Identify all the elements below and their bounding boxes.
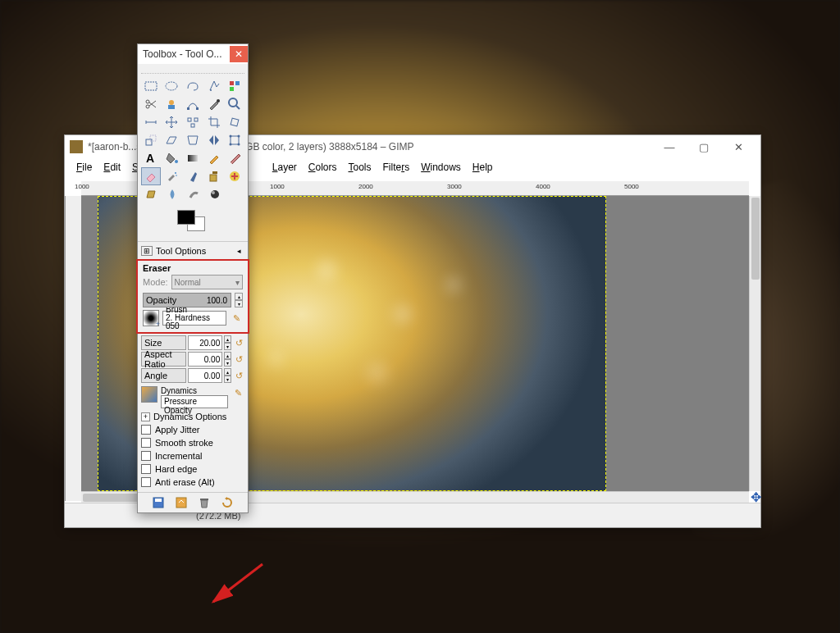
opacity-slider[interactable]: Opacity 100.0: [143, 293, 231, 307]
foreground-color-swatch[interactable]: [177, 210, 195, 225]
text-tool-icon[interactable]: A: [141, 149, 161, 167]
foreground-select-tool-icon[interactable]: [162, 95, 182, 113]
tool-grid: A: [138, 74, 248, 205]
svg-rect-9: [168, 105, 175, 109]
pencil-tool-icon[interactable]: [204, 149, 224, 167]
tool-options-tab-icon[interactable]: ⊞: [141, 246, 153, 256]
ruler-vertical[interactable]: [65, 196, 81, 501]
dock-handle[interactable]: [141, 66, 244, 74]
minimize-button[interactable]: —: [652, 135, 687, 158]
svg-point-12: [217, 99, 220, 102]
aspect-reset-icon[interactable]: ↺: [233, 353, 244, 366]
angle-spinner[interactable]: ▴▾: [224, 368, 231, 383]
scrollbar-vertical[interactable]: [749, 196, 760, 491]
ruler-tick: 1000: [270, 183, 285, 190]
brush-selector[interactable]: Brush 2. Hardness 050: [162, 311, 226, 326]
scale-tool-icon[interactable]: [141, 131, 161, 149]
anti-erase-checkbox[interactable]: [141, 477, 151, 487]
perspective-clone-tool-icon[interactable]: [141, 185, 161, 203]
brush-preview-icon[interactable]: [143, 310, 159, 326]
color-picker-tool-icon[interactable]: [204, 95, 224, 113]
size-spinner[interactable]: ▴▾: [224, 335, 231, 350]
menu-filters[interactable]: Filters: [378, 160, 415, 175]
blend-tool-icon[interactable]: [183, 149, 203, 167]
delete-preset-icon[interactable]: [198, 496, 211, 509]
dynamics-options-expander[interactable]: + Dynamics Options: [141, 410, 244, 423]
shear-tool-icon[interactable]: [162, 131, 182, 149]
svg-rect-36: [176, 498, 186, 508]
ruler-tick: 2000: [358, 183, 373, 190]
menu-colors[interactable]: Colors: [304, 160, 342, 175]
incremental-checkbox[interactable]: [141, 451, 151, 461]
aspect-spinner[interactable]: ▴▾: [224, 352, 231, 367]
menu-file[interactable]: File: [71, 160, 97, 175]
color-select-tool-icon[interactable]: [225, 77, 244, 95]
zoom-tool-icon[interactable]: [225, 95, 244, 113]
cage-tool-icon[interactable]: [225, 131, 244, 149]
ellipse-select-tool-icon[interactable]: [162, 77, 182, 95]
smooth-stroke-checkbox[interactable]: [141, 438, 151, 448]
dynamics-edit-icon[interactable]: ✎: [231, 386, 244, 399]
heal-tool-icon[interactable]: [225, 167, 244, 185]
clone-tool-icon[interactable]: [204, 167, 224, 185]
align-tool-icon[interactable]: [183, 113, 203, 131]
fuzzy-select-tool-icon[interactable]: [204, 77, 224, 95]
svg-point-20: [230, 135, 232, 138]
size-input[interactable]: [188, 335, 222, 350]
dynamics-preview-icon[interactable]: [141, 386, 158, 403]
perspective-tool-icon[interactable]: [183, 131, 203, 149]
free-select-tool-icon[interactable]: [183, 77, 203, 95]
menu-help[interactable]: Help: [468, 160, 498, 175]
tool-options-panel: ⊞ Tool Options ◂ Eraser Mode: Normal▾ Op…: [138, 241, 248, 492]
bucket-fill-tool-icon[interactable]: [162, 149, 182, 167]
restore-preset-icon[interactable]: [175, 496, 188, 509]
svg-point-2: [210, 89, 212, 91]
tool-section-title: Eraser: [143, 263, 243, 273]
menu-layer[interactable]: Layer: [267, 160, 302, 175]
paths-tool-icon[interactable]: [183, 95, 203, 113]
measure-tool-icon[interactable]: [141, 113, 161, 131]
smudge-tool-icon[interactable]: [184, 185, 203, 203]
svg-rect-15: [194, 118, 198, 121]
dodge-burn-tool-icon[interactable]: [205, 185, 225, 203]
airbrush-tool-icon[interactable]: [162, 167, 182, 185]
dynamics-selector[interactable]: Pressure Opacity: [161, 395, 228, 408]
gimp-app-icon: [70, 140, 83, 153]
eraser-tool-icon[interactable]: [141, 167, 161, 185]
rect-select-tool-icon[interactable]: [141, 77, 161, 95]
crop-tool-icon[interactable]: [204, 113, 224, 131]
aspect-input[interactable]: [188, 352, 222, 367]
mode-label: Mode:: [143, 277, 168, 287]
save-preset-icon[interactable]: [152, 496, 165, 509]
hard-edge-checkbox[interactable]: [141, 464, 151, 474]
close-button[interactable]: ✕: [721, 135, 756, 158]
svg-rect-11: [196, 107, 199, 110]
svg-point-1: [166, 82, 177, 90]
svg-rect-0: [145, 82, 157, 90]
menu-tools[interactable]: Tools: [343, 160, 376, 175]
rotate-tool-icon[interactable]: [225, 113, 244, 131]
blur-tool-icon[interactable]: [162, 185, 182, 203]
flip-tool-icon[interactable]: [204, 131, 224, 149]
angle-input[interactable]: [188, 368, 222, 383]
reset-preset-icon[interactable]: [221, 496, 234, 509]
paintbrush-tool-icon[interactable]: [225, 149, 244, 167]
menu-edit[interactable]: Edit: [98, 160, 126, 175]
opacity-spinner[interactable]: ▴▾: [235, 293, 243, 307]
move-tool-icon[interactable]: [162, 113, 182, 131]
color-swatch[interactable]: [172, 208, 213, 239]
angle-reset-icon[interactable]: ↺: [233, 369, 244, 382]
brush-edit-icon[interactable]: ✎: [230, 312, 243, 325]
menu-windows[interactable]: Windows: [416, 160, 466, 175]
toolbox-titlebar[interactable]: Toolbox - Tool O... ✕: [138, 44, 248, 64]
expand-icon[interactable]: +: [141, 412, 150, 421]
svg-point-23: [230, 143, 232, 146]
ink-tool-icon[interactable]: [183, 167, 203, 185]
tool-options-menu-icon[interactable]: ◂: [233, 246, 244, 256]
maximize-button[interactable]: ▢: [687, 135, 721, 158]
ruler-tick: 3000: [447, 183, 462, 190]
apply-jitter-checkbox[interactable]: [141, 425, 151, 435]
scissors-tool-icon[interactable]: [141, 95, 161, 113]
size-reset-icon[interactable]: ↺: [233, 336, 244, 349]
toolbox-close-button[interactable]: ✕: [230, 46, 248, 62]
